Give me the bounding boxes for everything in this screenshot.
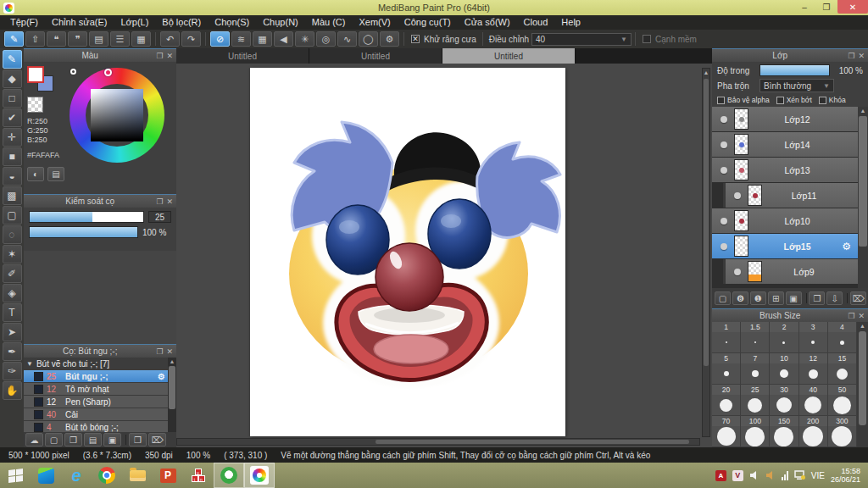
menu-item-11[interactable]: Help <box>554 15 587 30</box>
antialias-checkbox[interactable]: ✕ <box>411 35 420 43</box>
layer-row[interactable]: Lớp12 <box>712 107 858 131</box>
eyedropper-tool[interactable]: ✒ <box>3 342 22 361</box>
scroll-up-icon[interactable]: ▲ <box>168 358 176 365</box>
new-8bit-layer-icon[interactable]: ❽ <box>732 291 748 305</box>
taskbar-powerpoint[interactable]: P <box>153 463 183 488</box>
brush-size-slider[interactable] <box>29 211 144 223</box>
brush-size-scrollbar[interactable]: ▲ <box>857 322 868 447</box>
brush-tool[interactable]: ✎ <box>3 50 22 69</box>
layer-row[interactable]: Lớp10 <box>712 208 858 233</box>
comment-icon[interactable]: ❝ <box>47 31 66 47</box>
layer-visibility-icon[interactable] <box>734 269 741 275</box>
brush-size-5[interactable]: 5 <box>712 353 741 385</box>
snap-vanishing-icon[interactable]: ◀ <box>274 31 293 47</box>
brush-size-40[interactable]: 40 <box>799 385 828 416</box>
float-panel-icon[interactable]: ❐ <box>848 52 854 60</box>
menu-item-7[interactable]: Xem(V) <box>352 15 397 30</box>
float-panel-icon[interactable]: ❐ <box>156 52 163 60</box>
taskbar-coccoc[interactable] <box>214 463 244 488</box>
menu-item-8[interactable]: Công cụ(T) <box>398 15 458 30</box>
snap-concentric-icon[interactable]: ◎ <box>316 31 336 47</box>
brush-size-150[interactable]: 150 <box>770 416 798 447</box>
hue-marker[interactable] <box>104 69 112 76</box>
taskbar-bluestacks[interactable] <box>31 463 61 488</box>
start-button[interactable] <box>0 463 31 488</box>
snap-curve-icon[interactable]: ∿ <box>337 31 357 47</box>
brush-size-30[interactable]: 30 <box>770 385 798 416</box>
menu-item-2[interactable]: Lớp(L) <box>114 15 155 30</box>
brush-size-2[interactable]: 2 <box>770 322 798 353</box>
select-rect-tool[interactable]: ▢ <box>3 206 22 225</box>
snap-radial-icon[interactable]: ✳ <box>295 31 314 47</box>
float-panel-icon[interactable]: ❐ <box>156 197 163 206</box>
layer-visibility-icon[interactable] <box>721 116 727 123</box>
taskbar-medibang[interactable] <box>244 463 275 488</box>
close-panel-icon[interactable]: ✕ <box>166 197 173 206</box>
float-panel-icon[interactable]: ❐ <box>848 312 854 320</box>
brush-item[interactable]: 12Tô mờ nhạt <box>24 383 176 396</box>
canvas-vertical-scrollbar[interactable]: ▲ <box>702 68 710 437</box>
select-eraser-tool[interactable]: ◈ <box>3 284 22 302</box>
brush-size-15[interactable]: 15 <box>828 353 857 385</box>
scroll-thumb[interactable] <box>859 331 866 425</box>
menu-item-6[interactable]: Màu (C) <box>305 15 353 30</box>
close-panel-icon[interactable]: ✕ <box>166 52 173 60</box>
acrobat-tray-icon[interactable]: A <box>715 470 726 481</box>
shape-brush-tool[interactable]: □ <box>3 89 22 108</box>
language-indicator[interactable]: VIE <box>811 471 825 480</box>
layer-visibility-icon[interactable] <box>734 192 741 199</box>
v-app-tray-icon[interactable]: V <box>732 470 743 481</box>
brush-size-300[interactable]: 300 <box>828 416 857 447</box>
brush-size-1[interactable]: 1 <box>712 322 741 353</box>
new-layer-icon[interactable]: ▢ <box>715 291 731 305</box>
magic-wand-tool[interactable]: ✶ <box>3 245 22 263</box>
select-lasso-tool[interactable]: ◌ <box>3 225 22 244</box>
brush-item[interactable]: 25Bút ngu ;-;⚙ <box>24 370 176 383</box>
add-folder-icon[interactable]: ⊞ <box>768 291 784 305</box>
snap-off-icon[interactable]: ⊘ <box>210 31 230 47</box>
brush-size-70[interactable]: 70 <box>712 416 741 447</box>
layers-scrollbar[interactable]: ▲ <box>858 107 868 288</box>
brush-size-value[interactable]: 25 <box>148 211 171 223</box>
layer-checkbox-1[interactable] <box>776 97 784 104</box>
palette-icon[interactable]: ◐ <box>27 167 44 181</box>
new-brush-icon[interactable]: ▢ <box>45 433 63 446</box>
menu-item-10[interactable]: Cloud <box>517 15 555 30</box>
layer-visibility-icon[interactable] <box>721 167 727 174</box>
scroll-up-icon[interactable]: ▲ <box>858 107 868 115</box>
canvas-page[interactable] <box>250 68 565 436</box>
layer-checkbox-0[interactable] <box>717 97 725 104</box>
undo-icon[interactable]: ↶ <box>160 31 180 47</box>
folder-icon[interactable]: ▣ <box>786 291 802 305</box>
operation-tool[interactable]: ➤ <box>3 323 22 341</box>
delete-icon[interactable]: ⌦ <box>148 433 166 446</box>
brush-size-200[interactable]: 200 <box>799 416 828 447</box>
brush-settings-gear-icon[interactable]: ⚙ <box>158 372 165 381</box>
correction-dropdown[interactable]: 40▼ <box>531 33 632 46</box>
canvas-horizontal-scrollbar[interactable] <box>176 438 700 446</box>
taskbar-internet-explorer[interactable]: e <box>61 463 92 488</box>
speaker-icon[interactable] <box>749 470 760 480</box>
maximize-button[interactable]: ❐ <box>815 0 837 14</box>
redo-icon[interactable]: ↷ <box>181 31 201 47</box>
close-button[interactable]: ✕ <box>837 0 868 14</box>
move-tool[interactable]: ✛ <box>3 128 22 147</box>
soft-edge-checkbox[interactable] <box>643 35 651 43</box>
folder-icon[interactable]: ▣ <box>103 433 121 446</box>
brush-item[interactable]: 12Pen (Sharp) <box>24 396 176 408</box>
snap-parallel-icon[interactable]: ≋ <box>231 31 251 47</box>
taskbar-chrome[interactable] <box>92 463 122 488</box>
fill-rect-tool[interactable]: ■ <box>3 147 22 166</box>
menu-item-1[interactable]: Chỉnh sửa(E) <box>45 15 114 30</box>
brush-size-50[interactable]: 50 <box>828 385 857 416</box>
layer-opacity-slider[interactable] <box>760 64 830 76</box>
select-pen-tool[interactable]: ✐ <box>3 264 22 283</box>
brush-size-3[interactable]: 3 <box>799 322 828 353</box>
transparent-color-swatch[interactable] <box>27 97 43 113</box>
document-tab-0[interactable]: Untitled <box>176 48 309 64</box>
eraser-tool[interactable]: ◆ <box>3 69 22 88</box>
layer-visibility-icon[interactable] <box>721 243 727 250</box>
brush-size-12[interactable]: 12 <box>799 353 828 385</box>
color-wheel[interactable] <box>70 68 164 163</box>
brush-list-scrollbar[interactable]: ▲ <box>168 358 176 432</box>
